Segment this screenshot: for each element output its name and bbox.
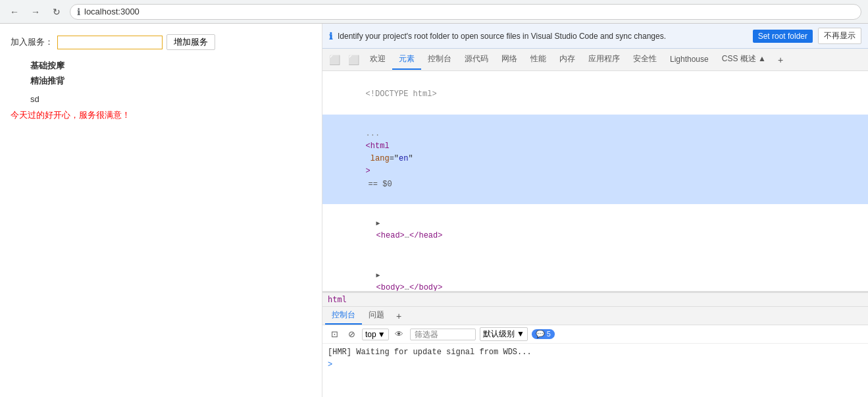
main-layout: 加入服务： 增加服务 基础按摩 精油推背 sd 今天过的好开心，服务很满意！ ℹ…	[0, 24, 868, 397]
console-area: html 控制台 问题 + ⊡ ⊘ top ▼ 👁 默认级别 ▼ 💬 5	[322, 292, 868, 397]
add-service-button[interactable]: 增加服务	[166, 34, 215, 50]
comment-text: 今天过的好开心，服务很满意！	[11, 109, 311, 121]
service-item-1: 基础按摩	[30, 58, 311, 73]
secure-icon: ℹ	[77, 7, 80, 17]
log-level-selector[interactable]: 默认级别 ▼	[480, 327, 528, 341]
address-bar[interactable]: ℹ localhost:3000	[70, 4, 861, 20]
console-block-icon[interactable]: ⊡	[328, 328, 341, 341]
top-frame-selector[interactable]: top ▼	[362, 329, 389, 340]
head-line[interactable]: ▶ <head>…</head>	[322, 204, 868, 256]
no-show-button[interactable]: 不再显示	[818, 28, 861, 44]
info-bar: ℹ Identify your project's root folder to…	[322, 24, 868, 49]
add-service-label: 加入服务：	[11, 36, 53, 48]
back-button[interactable]: ←	[7, 4, 22, 20]
page-content: 加入服务： 增加服务 基础按摩 精油推背 sd 今天过的好开心，服务很满意！	[0, 24, 322, 397]
add-service-input[interactable]	[57, 36, 163, 49]
msg-count-icon: 💬	[536, 330, 545, 338]
top-label: top	[365, 330, 376, 339]
info-bar-text: Identify your project's root folder to o…	[338, 32, 748, 41]
console-output: [HMR] Waiting for update signal from WDS…	[322, 344, 868, 397]
tab-console[interactable]: 控制台	[421, 49, 458, 70]
tab-css-overview[interactable]: CSS 概述 ▲	[715, 49, 773, 70]
console-line-1: [HMR] Waiting for update signal from WDS…	[328, 346, 863, 359]
tab-lighthouse[interactable]: Lighthouse	[663, 51, 715, 69]
service-list: 基础按摩 精油推背	[30, 58, 311, 89]
console-clear-icon[interactable]: ⊘	[345, 328, 358, 341]
html-root-line[interactable]: ... <html lang="en" > == $0	[322, 115, 868, 204]
doctype-text: <!DOCTYPE html>	[366, 90, 437, 99]
head-expand-arrow[interactable]: ▶	[376, 220, 380, 227]
console-prompt-arrow[interactable]: >	[328, 360, 332, 369]
filter-input[interactable]	[410, 329, 476, 340]
forward-button[interactable]: →	[28, 4, 43, 20]
tab-network[interactable]: 网络	[495, 49, 524, 70]
html-open-tag: <	[366, 142, 370, 151]
tab-add-button[interactable]: +	[773, 51, 788, 69]
elements-panel: <!DOCTYPE html> ... <html lang="en" > ==…	[322, 71, 868, 292]
set-root-button[interactable]: Set root folder	[753, 30, 813, 43]
dots-indicator: ...	[366, 129, 380, 138]
console-text-1: [HMR] Waiting for update signal from WDS…	[328, 348, 532, 357]
eye-icon[interactable]: 👁	[393, 328, 406, 341]
tab-security[interactable]: 安全性	[626, 49, 663, 70]
body-line[interactable]: ▶ <body>…</body>	[322, 256, 868, 292]
tab-welcome[interactable]: 欢迎	[363, 49, 392, 70]
body-expand-arrow[interactable]: ▶	[376, 272, 380, 279]
service-item-2: 精油推背	[30, 73, 311, 88]
console-tab-console[interactable]: 控制台	[325, 307, 362, 325]
devtools-panel: ℹ Identify your project's root folder to…	[322, 24, 868, 397]
console-tab-bar: 控制台 问题 +	[322, 307, 868, 325]
tab-sources[interactable]: 源代码	[458, 49, 495, 70]
console-toolbar: ⊡ ⊘ top ▼ 👁 默认级别 ▼ 💬 5	[322, 325, 868, 344]
inspect-element-icon[interactable]: ⬜	[325, 52, 344, 68]
tab-memory[interactable]: 内存	[553, 49, 582, 70]
console-tab-issues[interactable]: 问题	[362, 307, 391, 325]
console-tab-add[interactable]: +	[391, 308, 407, 324]
msg-count-number: 5	[547, 330, 551, 338]
html-breadcrumb[interactable]: html	[322, 293, 868, 307]
tab-performance[interactable]: 性能	[524, 49, 553, 70]
device-toolbar-icon[interactable]: ⬜	[344, 52, 363, 68]
dropdown-arrow: ▼	[378, 330, 386, 339]
tab-elements[interactable]: 元素	[392, 49, 421, 70]
info-icon: ℹ	[329, 31, 332, 41]
add-service-row: 加入服务： 增加服务	[11, 34, 311, 50]
equals-dollar: == $0	[369, 180, 392, 189]
devtools-tab-bar: ⬜ ⬜ 欢迎 元素 控制台 源代码 网络 性能 内存 应用程序 安全性 Ligh…	[322, 49, 868, 71]
refresh-button[interactable]: ↻	[49, 4, 64, 20]
service-sd: sd	[30, 94, 311, 104]
browser-chrome: ← → ↻ ℹ localhost:3000	[0, 0, 868, 24]
url-text: localhost:3000	[84, 7, 140, 16]
tab-application[interactable]: 应用程序	[582, 49, 626, 70]
console-arrow-line[interactable]: >	[328, 359, 863, 371]
html-doctype-line[interactable]: <!DOCTYPE html>	[322, 75, 868, 115]
message-count-badge: 💬 5	[532, 329, 555, 339]
